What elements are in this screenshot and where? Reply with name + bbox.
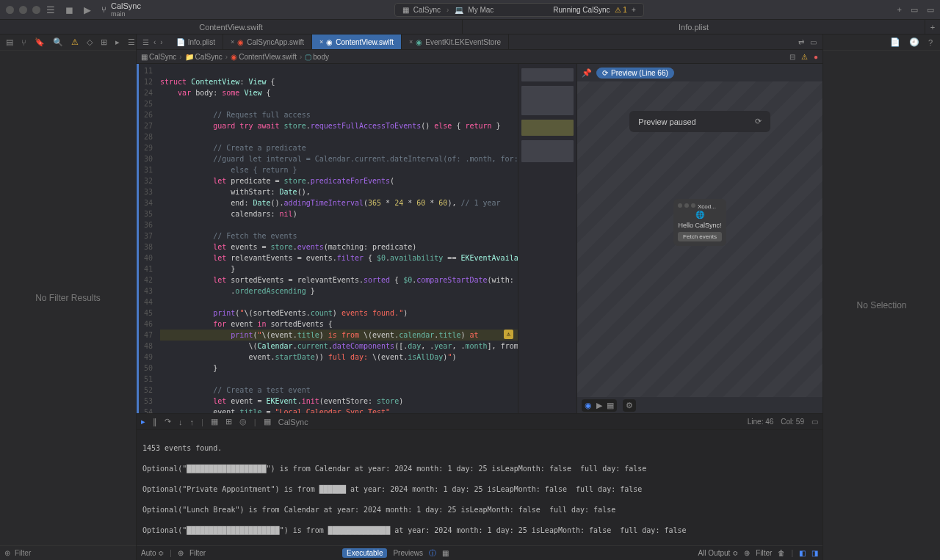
- memory-icon[interactable]: ⊞: [225, 417, 232, 426]
- debug-area: ▸ ‖ ↷ ↓ ↑ | ▦ ⊞ ◎ | ▦ CalSync Line: 46 C…: [137, 413, 822, 560]
- console-output[interactable]: 1453 events found. Optional("███████████…: [137, 430, 822, 545]
- minimap[interactable]: [518, 64, 576, 413]
- env-icon[interactable]: ◎: [239, 417, 247, 426]
- step-out-icon[interactable]: ↑: [190, 418, 195, 426]
- add-editor-icon[interactable]: ▭: [810, 38, 817, 46]
- scheme-name: CalSync: [111, 1, 141, 10]
- panel-right-icon[interactable]: ◨: [811, 549, 818, 557]
- new-tab-button[interactable]: +: [925, 20, 940, 34]
- run-icon[interactable]: ▶: [84, 4, 91, 15]
- metadata-icon[interactable]: ⓘ: [429, 548, 436, 559]
- preview-app-window: Xcod... 🌐 Hello CalSync! Fetch events: [673, 199, 726, 246]
- debug-toggle-icon[interactable]: ▸: [141, 417, 145, 426]
- step-into-icon[interactable]: ↓: [178, 418, 183, 426]
- folder-icon: 📁: [185, 53, 194, 61]
- jump-bar[interactable]: ▦CalSync› 📁CalSync› ◉ContentView.swift› …: [137, 50, 822, 64]
- status-bar[interactable]: ▦ CalSync 💻 My Mac Running CalSync ⚠ 1 +: [394, 3, 644, 17]
- project-tab[interactable]: Info.plist: [463, 20, 925, 34]
- plus-icon[interactable]: +: [632, 6, 636, 14]
- mac-icon: 💻: [455, 6, 463, 14]
- code-editor[interactable]: 1112242526272829303132333435363738404142…: [137, 64, 576, 413]
- close-window[interactable]: [6, 6, 14, 14]
- step-over-icon[interactable]: ↷: [164, 417, 171, 426]
- filter-icon[interactable]: ⊕: [4, 549, 10, 557]
- swift-icon: ◉: [326, 38, 333, 46]
- warning-icon[interactable]: ⚠: [504, 330, 513, 339]
- inspector-empty: No Selection: [823, 51, 940, 560]
- history-inspector-icon[interactable]: 🕘: [909, 37, 919, 47]
- preview-text: Hello CalSync!: [678, 222, 722, 229]
- minimize-window[interactable]: [19, 6, 27, 14]
- add-icon[interactable]: +: [897, 5, 902, 15]
- device-settings-icon[interactable]: ⚙: [623, 399, 636, 412]
- library-icon[interactable]: ▭: [911, 5, 918, 15]
- scheme-selector[interactable]: ⑂ CalSync main: [101, 1, 141, 18]
- fetch-events-button[interactable]: Fetch events: [678, 232, 722, 241]
- issues-icon[interactable]: ⊟: [789, 53, 795, 61]
- sidebar-toggle-icon[interactable]: ☰: [46, 4, 55, 15]
- console-filter[interactable]: Filter: [756, 549, 772, 557]
- previews-tab[interactable]: Previews: [393, 549, 423, 557]
- target-app: CalSync: [413, 6, 441, 14]
- variables-filter[interactable]: Filter: [189, 549, 336, 557]
- app-icon: ▦: [402, 6, 409, 14]
- filter-input[interactable]: Filter: [15, 549, 31, 557]
- report-nav-icon[interactable]: ☰: [128, 37, 135, 47]
- preview-button[interactable]: ⟳Preview (Line 66): [596, 68, 674, 79]
- scope-selector[interactable]: Auto ≎: [141, 549, 164, 557]
- trash-icon[interactable]: 🗑: [778, 549, 785, 557]
- line-indicator: Line: 46: [748, 418, 774, 426]
- file-tab[interactable]: 📄Info.plist: [169, 34, 223, 49]
- file-tab[interactable]: ×◉CalSyncApp.swift: [223, 34, 312, 49]
- source-nav-icon[interactable]: ⑂: [21, 38, 26, 47]
- pause-icon[interactable]: ‖: [153, 417, 157, 426]
- filter-icon[interactable]: ⊕: [744, 549, 750, 557]
- project-tabs: ContentView.swift Info.plist +: [0, 20, 940, 34]
- output-selector[interactable]: All Output ≎: [698, 549, 738, 557]
- refresh-icon: ⟳: [602, 69, 608, 77]
- plist-icon: 📄: [176, 38, 185, 46]
- related-items-icon[interactable]: ☰: [142, 38, 149, 46]
- variants-icon[interactable]: ▦: [607, 401, 614, 410]
- pin-icon[interactable]: 📌: [582, 68, 592, 78]
- panel-left-icon[interactable]: ◧: [799, 549, 806, 557]
- help-inspector-icon[interactable]: ?: [928, 38, 933, 47]
- issue-nav-icon[interactable]: ⚠: [71, 37, 79, 47]
- project-tab[interactable]: ContentView.swift: [0, 20, 463, 34]
- back-icon[interactable]: ‹: [153, 38, 156, 46]
- bookmark-nav-icon[interactable]: 🔖: [35, 37, 45, 47]
- filter-icon[interactable]: ⊕: [178, 549, 184, 557]
- error-indicator[interactable]: ●: [814, 53, 818, 61]
- stop-icon[interactable]: ◼: [65, 4, 73, 15]
- forward-icon[interactable]: ›: [160, 38, 162, 46]
- debug-target[interactable]: CalSync: [278, 418, 308, 426]
- resume-icon[interactable]: ⟳: [755, 117, 762, 126]
- swift-icon: ◉: [237, 38, 244, 46]
- branch-icon: ⑂: [101, 5, 106, 14]
- file-tab[interactable]: ×◉EventKit.EKEventStore: [402, 34, 509, 49]
- header-icon: ◉: [416, 38, 422, 46]
- inspector-toggle-icon[interactable]: ▭: [927, 5, 934, 15]
- zoom-window[interactable]: [32, 6, 40, 14]
- globe-icon: 🌐: [678, 211, 722, 219]
- executable-pill[interactable]: Executable: [342, 548, 387, 558]
- clear-icon[interactable]: ▦: [442, 549, 449, 557]
- warning-indicator[interactable]: ⚠: [801, 53, 808, 61]
- col-indicator: Col: 59: [781, 418, 804, 426]
- file-tab-active[interactable]: ×◉ContentView.swift: [312, 34, 402, 49]
- code-body[interactable]: struct ContentView: View { var body: som…: [156, 64, 518, 413]
- debug-view-icon[interactable]: ▦: [211, 417, 218, 426]
- editor-layout-icon[interactable]: ▭: [811, 418, 818, 426]
- file-inspector-icon[interactable]: 📄: [890, 37, 900, 47]
- inspector: 📄 🕘 ? No Selection: [822, 34, 940, 560]
- debug-nav-icon[interactable]: ⊞: [101, 37, 107, 47]
- selectable-icon[interactable]: ▶: [596, 401, 602, 410]
- test-nav-icon[interactable]: ◇: [87, 37, 93, 47]
- find-nav-icon[interactable]: 🔍: [53, 37, 63, 47]
- adjust-editor-icon[interactable]: ⇄: [798, 38, 804, 46]
- project-nav-icon[interactable]: ▤: [6, 37, 13, 47]
- navigator: ▤ ⑂ 🔖 🔍 ⚠ ◇ ⊞ ▸ ☰ No Filter Results ⊕ Fi…: [0, 34, 137, 560]
- live-icon[interactable]: ◉: [585, 401, 592, 410]
- breakpoint-nav-icon[interactable]: ▸: [115, 37, 120, 47]
- warning-badge[interactable]: ⚠ 1: [615, 6, 627, 14]
